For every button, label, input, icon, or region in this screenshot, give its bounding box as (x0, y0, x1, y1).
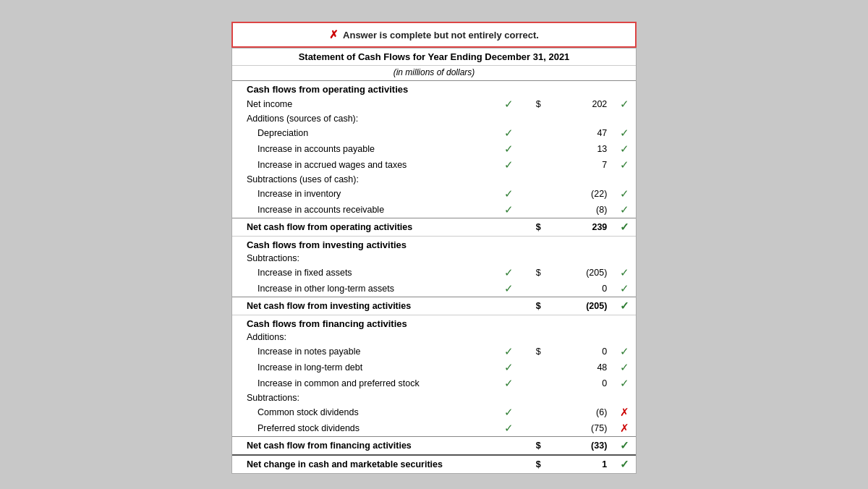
accts-receivable-value: (8) (547, 202, 613, 218)
net-financing-label: Net cash flow from financing activities (232, 437, 497, 456)
table-subtitle-row: (in millions of dollars) (232, 66, 636, 81)
net-change-label: Net change in cash and marketable securi… (232, 455, 497, 473)
fixed-assets-label: Increase in fixed assets (232, 265, 497, 281)
section-operating-label: Cash flows from operating activities (232, 81, 636, 97)
notes-payable-dollar: $ (520, 344, 547, 360)
common-dividends-dollar (520, 404, 547, 420)
depreciation-label: Depreciation (232, 125, 497, 141)
notes-payable-label: Increase in notes payable (232, 344, 497, 360)
depreciation-icon: ✓ (497, 125, 520, 141)
table-subtitle: (in millions of dollars) (232, 66, 636, 81)
net-investing-dollar: $ (520, 297, 547, 315)
accrued-wages-value: 7 (547, 157, 613, 173)
net-financing-value: (33) (547, 437, 613, 456)
fixed-assets-dollar: $ (520, 265, 547, 281)
longterm-assets-label: Increase in other long-term assets (232, 281, 497, 297)
depreciation-dollar (520, 125, 547, 141)
section-investing: Cash flows from investing activities (232, 237, 636, 252)
inventory-check: ✓ (613, 186, 636, 202)
longterm-assets-icon: ✓ (497, 281, 520, 297)
row-additions-header: Additions (sources of cash): (232, 112, 636, 125)
accts-receivable-icon: ✓ (497, 202, 520, 218)
stock-icon: ✓ (497, 375, 520, 391)
alert-box: ✗ Answer is complete but not entirely co… (231, 22, 637, 48)
net-income-icon: ✓ (497, 96, 520, 112)
additions-label: Additions (sources of cash): (232, 112, 636, 125)
accts-payable-dollar (520, 141, 547, 157)
row-notes-payable: Increase in notes payable ✓ $ 0 ✓ (232, 344, 636, 360)
row-subtractions-investing: Subtractions: (232, 252, 636, 265)
fixed-assets-icon: ✓ (497, 265, 520, 281)
row-longterm-assets: Increase in other long-term assets ✓ 0 ✓ (232, 281, 636, 297)
row-accts-payable: Increase in accounts payable ✓ 13 ✓ (232, 141, 636, 157)
row-net-income: Net income ✓ $ 202 ✓ (232, 96, 636, 112)
section-financing-label: Cash flows from financing activities (232, 315, 636, 331)
net-financing-icon (497, 437, 520, 456)
net-change-dollar: $ (520, 455, 547, 473)
net-operating-check: ✓ (613, 218, 636, 237)
common-dividends-check: ✗ (613, 404, 636, 420)
subtractions-operating-label: Subtractions (uses of cash): (232, 173, 636, 186)
table-title: Statement of Cash Flows for Year Ending … (232, 48, 636, 66)
inventory-icon: ✓ (497, 186, 520, 202)
net-investing-value: (205) (547, 297, 613, 315)
net-change-icon (497, 455, 520, 473)
row-common-dividends: Common stock dividends ✓ (6) ✗ (232, 404, 636, 420)
accts-payable-value: 13 (547, 141, 613, 157)
common-dividends-value: (6) (547, 404, 613, 420)
net-operating-label: Net cash flow from operating activities (232, 218, 497, 237)
net-income-dollar: $ (520, 96, 547, 112)
net-income-value: 202 (547, 96, 613, 112)
preferred-dividends-value: (75) (547, 420, 613, 437)
longterm-debt-value: 48 (547, 360, 613, 375)
net-investing-icon (497, 297, 520, 315)
net-operating-dollar: $ (520, 218, 547, 237)
row-additions-financing: Additions: (232, 331, 636, 344)
row-net-financing: Net cash flow from financing activities … (232, 437, 636, 456)
notes-payable-value: 0 (547, 344, 613, 360)
longterm-debt-icon: ✓ (497, 360, 520, 375)
accrued-wages-label: Increase in accrued wages and taxes (232, 157, 497, 173)
accts-receivable-label: Increase in accounts receivable (232, 202, 497, 218)
preferred-dividends-check: ✗ (613, 420, 636, 437)
row-net-investing: Net cash flow from investing activities … (232, 297, 636, 315)
notes-payable-check: ✓ (613, 344, 636, 360)
net-operating-value: 239 (547, 218, 613, 237)
subtractions-investing-label: Subtractions: (232, 252, 636, 265)
preferred-dividends-icon: ✓ (497, 420, 520, 437)
longterm-assets-value: 0 (547, 281, 613, 297)
net-investing-check: ✓ (613, 297, 636, 315)
net-income-check: ✓ (613, 96, 636, 112)
accts-receivable-check: ✓ (613, 202, 636, 218)
net-financing-check: ✓ (613, 437, 636, 456)
alert-text: Answer is complete but not entirely corr… (343, 30, 539, 41)
row-stock: Increase in common and preferred stock ✓… (232, 375, 636, 391)
accrued-wages-dollar (520, 157, 547, 173)
section-operating: Cash flows from operating activities (232, 81, 636, 97)
row-subtractions-operating: Subtractions (uses of cash): (232, 173, 636, 186)
common-dividends-icon: ✓ (497, 404, 520, 420)
common-dividends-label: Common stock dividends (232, 404, 497, 420)
net-operating-icon (497, 218, 520, 237)
fixed-assets-check: ✓ (613, 265, 636, 281)
longterm-debt-label: Increase in long-term debt (232, 360, 497, 375)
accts-receivable-dollar (520, 202, 547, 218)
preferred-dividends-dollar (520, 420, 547, 437)
net-change-value: 1 (547, 455, 613, 473)
row-accrued-wages: Increase in accrued wages and taxes ✓ 7 … (232, 157, 636, 173)
accrued-wages-icon: ✓ (497, 157, 520, 173)
row-longterm-debt: Increase in long-term debt ✓ 48 ✓ (232, 360, 636, 375)
inventory-dollar (520, 186, 547, 202)
stock-check: ✓ (613, 375, 636, 391)
row-depreciation: Depreciation ✓ 47 ✓ (232, 125, 636, 141)
depreciation-check: ✓ (613, 125, 636, 141)
inventory-label: Increase in inventory (232, 186, 497, 202)
row-preferred-dividends: Preferred stock dividends ✓ (75) ✗ (232, 420, 636, 437)
inventory-value: (22) (547, 186, 613, 202)
alert-icon: ✗ (329, 28, 339, 41)
row-inventory: Increase in inventory ✓ (22) ✓ (232, 186, 636, 202)
additions-financing-label: Additions: (232, 331, 636, 344)
preferred-dividends-label: Preferred stock dividends (232, 420, 497, 437)
accts-payable-icon: ✓ (497, 141, 520, 157)
stock-value: 0 (547, 375, 613, 391)
